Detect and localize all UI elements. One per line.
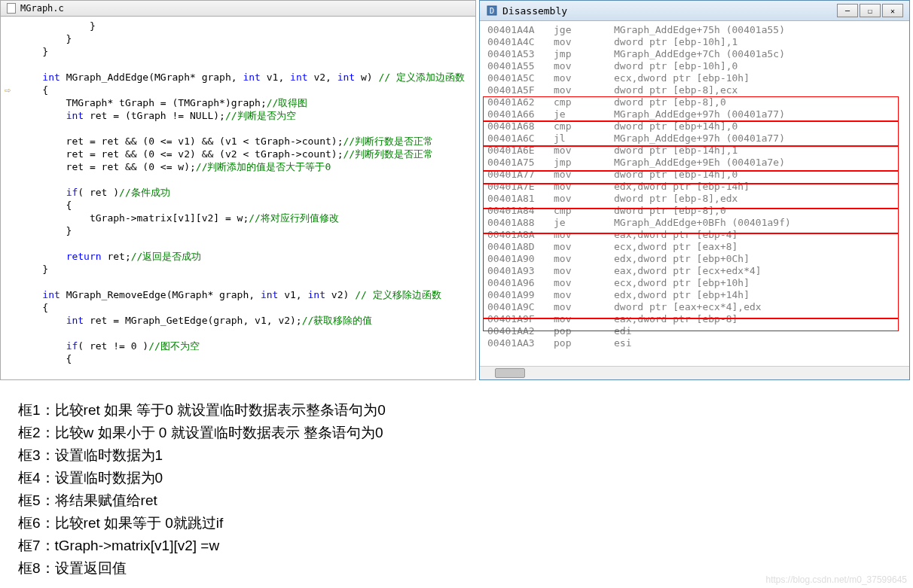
- code-line: ret = ret && (0 <= v1) && (v1 < tGraph->…: [19, 135, 471, 148]
- disasm-line: 00401A55movdword ptr [ebp-10h],0: [487, 60, 902, 72]
- code-line: [19, 58, 471, 71]
- code-line: int MGraph_AddEdge(MGraph* graph, int v1…: [19, 71, 471, 84]
- disasm-line: 00401A81movdword ptr [ebp-8],edx: [487, 193, 902, 205]
- code-line: [19, 276, 471, 288]
- disasm-line: 00401A84cmpdword ptr [ebp-8],0: [487, 205, 902, 217]
- horizontal-scrollbar[interactable]: [480, 366, 909, 379]
- code-line: int ret = MGraph_GetEdge(graph, v1, v2);…: [19, 314, 471, 327]
- disasm-line: 00401A93moveax,dword ptr [ecx+edx*4]: [487, 265, 902, 277]
- code-line: }: [19, 32, 471, 45]
- disasm-line: 00401A6CjlMGraph_AddEdge+97h (00401a77): [487, 133, 902, 145]
- disasm-line: 00401A5Cmovecx,dword ptr [ebp-10h]: [487, 72, 902, 84]
- disasm-line: 00401A66jeMGraph_AddEdge+97h (00401a77): [487, 108, 902, 120]
- code-editor-content[interactable]: } } } int MGraph_AddEdge(MGraph* graph, …: [1, 17, 475, 368]
- code-line: {: [19, 352, 471, 365]
- disasm-line: 00401A8Dmovecx,dword ptr [eax+8]: [487, 241, 902, 253]
- disasm-line: 00401AA2popedi: [487, 325, 902, 337]
- code-line: [19, 327, 471, 340]
- minimize-button[interactable]: ─: [837, 4, 858, 17]
- code-line: {: [19, 199, 471, 212]
- disasm-line: 00401A88jeMGraph_AddEdge+0BFh (00401a9f): [487, 217, 902, 229]
- disasm-line: 00401A9Cmovdword ptr [eax+ecx*4],edx: [487, 301, 902, 313]
- code-line: if( ret != 0 )//图不为空: [19, 340, 471, 352]
- disasm-line: 00401A53jmpMGraph_AddEdge+7Ch (00401a5c): [487, 48, 902, 60]
- code-line: [19, 122, 471, 135]
- annotation-line: 框4：设置临时数据为0: [18, 467, 386, 489]
- code-line: int ret = (tGraph != NULL);//判断是否为空: [19, 109, 471, 122]
- disasm-line: 00401A77movdword ptr [ebp-14h],0: [487, 169, 902, 181]
- disasm-line: 00401A4Cmovdword ptr [ebp-10h],1: [487, 36, 902, 48]
- disasm-line: 00401A62cmpdword ptr [ebp-8],0: [487, 96, 902, 108]
- code-line: ret = ret && (0 <= w);//判断添加的值是否大于等于0: [19, 160, 471, 173]
- disasm-line: 00401A99movedx,dword ptr [ebp+14h]: [487, 289, 902, 301]
- disasm-line: 00401A75jmpMGraph_AddEdge+9Eh (00401a7e): [487, 157, 902, 169]
- disassembly-panel: D Disassembly ─ ☐ ✕ 00401A4AjgeMGraph_Ad…: [479, 0, 910, 380]
- disassembly-titlebar[interactable]: D Disassembly ─ ☐ ✕: [480, 1, 909, 21]
- disasm-line: 00401A6Emovdword ptr [ebp-14h],1: [487, 145, 902, 157]
- code-line: }: [19, 263, 471, 276]
- code-line: }: [19, 224, 471, 237]
- code-line: return ret;//返回是否成功: [19, 250, 471, 263]
- disasm-line: 00401A9Fmoveax,dword ptr [ebp-8]: [487, 313, 902, 325]
- annotation-line: 框6：比较ret 如果等于 0就跳过if: [18, 512, 386, 535]
- code-line: {: [19, 84, 471, 96]
- scrollbar-thumb[interactable]: [495, 368, 525, 378]
- code-line: [19, 237, 471, 250]
- annotation-line: 框7：tGraph->matrix[v1][v2] =w: [18, 535, 386, 557]
- code-line: if( ret )//条件成功: [19, 186, 471, 199]
- code-line: }: [19, 45, 471, 58]
- annotation-text: 框1：比较ret 如果 等于0 就设置临时数据表示整条语句为0框2：比较w 如果…: [18, 399, 386, 580]
- annotation-line: 框1：比较ret 如果 等于0 就设置临时数据表示整条语句为0: [18, 399, 386, 422]
- disasm-line: 00401A4AjgeMGraph_AddEdge+75h (00401a55): [487, 24, 902, 36]
- code-line: TMGraph* tGraph = (TMGraph*)graph;//取得图: [19, 96, 471, 109]
- code-line: [19, 173, 471, 186]
- disasm-line: 00401A8Amoveax,dword ptr [ebp-4]: [487, 229, 902, 241]
- disassembly-content[interactable]: 00401A4AjgeMGraph_AddEdge+75h (00401a55)…: [480, 21, 909, 352]
- maximize-button[interactable]: ☐: [860, 4, 881, 17]
- close-button[interactable]: ✕: [882, 4, 903, 17]
- disasm-line: 00401A68cmpdword ptr [ebp+14h],0: [487, 120, 902, 133]
- disassembly-icon: D: [486, 5, 498, 17]
- disasm-line: 00401A90movedx,dword ptr [ebp+0Ch]: [487, 253, 902, 265]
- annotation-line: 框5：将结果赋值给ret: [18, 489, 386, 512]
- disasm-line: 00401AA3popesi: [487, 337, 902, 349]
- code-line: tGraph->matrix[v1][v2] = w;//将对应行列值修改: [19, 212, 471, 224]
- annotation-line: 框3：设置临时数据为1: [18, 444, 386, 467]
- code-line: {: [19, 301, 471, 314]
- disasm-line: 00401A7Emovedx,dword ptr [ebp-14h]: [487, 181, 902, 193]
- annotation-line: 框8：设置返回值: [18, 557, 386, 580]
- svg-text:D: D: [490, 7, 494, 15]
- code-line: ret = ret && (0 <= v2) && (v2 < tGraph->…: [19, 148, 471, 160]
- disassembly-title-label: Disassembly: [502, 5, 567, 17]
- code-editor-panel: MGraph.c } } } int MGraph_AddEdge(MGraph…: [0, 0, 476, 380]
- window-controls: ─ ☐ ✕: [837, 4, 903, 17]
- watermark-url: https://blog.csdn.net/m0_37599645: [766, 574, 907, 585]
- annotation-line: 框2：比较w 如果小于 0 就设置临时数据表示 整条语句为0: [18, 422, 386, 444]
- editor-tab[interactable]: MGraph.c: [1, 1, 475, 17]
- disasm-line: 00401A5Fmovdword ptr [ebp-8],ecx: [487, 84, 902, 96]
- execution-pointer-icon: ⇨: [5, 84, 11, 96]
- code-line: }: [19, 20, 471, 32]
- filename-label: MGraph.c: [20, 3, 64, 14]
- disasm-line: 00401A96movecx,dword ptr [ebp+10h]: [487, 277, 902, 289]
- code-line: int MGraph_RemoveEdge(MGraph* graph, int…: [19, 288, 471, 301]
- file-icon: [7, 3, 16, 14]
